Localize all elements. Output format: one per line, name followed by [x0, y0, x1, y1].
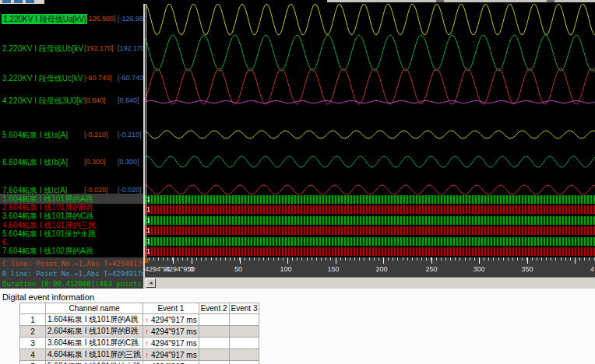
table-row[interactable]: 4 4.604柘泉 I 线101屏的三跳 ↑4294"917 ms — [20, 349, 259, 361]
digital-channel-label[interactable]: 5.604柘泉 I 线101保护永跳 — [2, 229, 143, 238]
row-number: 2 — [20, 326, 46, 338]
axis-tick-label: 250 — [425, 265, 437, 273]
analog-channel-row[interactable]: 6.604柘泉 I 线Ib[A] [0.300] [0.300] — [0, 157, 143, 167]
row-event3 — [229, 314, 259, 326]
axis-tick-label: 200 — [375, 265, 387, 273]
toolbar-icon[interactable] — [2, 0, 11, 3]
scroll-mark — [547, 0, 555, 2]
axis-tick-label: 350 — [521, 265, 533, 273]
scroll-left-button[interactable]: ◄ — [146, 278, 156, 288]
channel-value-1: [192.170] — [84, 44, 117, 54]
digital-trace-bar: 1 — [145, 226, 595, 235]
major-ticks — [145, 257, 595, 264]
cursor-status-panel: C line: Point No.=1,Abs T=4294917ms, Rel… — [0, 257, 143, 289]
row-event1: ↑4294"917 ms — [143, 349, 199, 361]
r-line-status: R line: Point No.=1,Abs T=4294917ms, Rel… — [2, 269, 143, 279]
row-event2 — [199, 338, 229, 349]
digital-state-value: 1 — [146, 195, 150, 204]
analog-trace — [145, 156, 595, 167]
digital-event-table: Channel name Event 1 Event 2 Event 3 1 1… — [19, 303, 259, 364]
row-event1: ↑4294"917 ms — [143, 326, 199, 338]
waveform-plot[interactable]: 1 1 1 1 1 1 4294"91 4294"950 0 50 100 15… — [145, 4, 595, 289]
row-event1: ↑4294"917 ms — [143, 338, 199, 349]
row-event3 — [229, 326, 259, 338]
top-scrollbar-fragment[interactable] — [327, 0, 595, 2]
table-row[interactable]: 2 2.604柘泉 I 线101屏的B跳 ↑4294"917 ms — [20, 326, 259, 338]
digital-state-value: 1 — [146, 205, 150, 214]
row-event3 — [229, 349, 259, 361]
digital-channel-label[interactable]: 4.604柘泉 I 线101屏的三跳 — [2, 221, 143, 229]
channel-value-1: [0.300] — [84, 157, 117, 167]
channel-value-2: [0.840] — [118, 96, 143, 106]
analog-channel-row[interactable]: 1.220KV I 段母线Ua[kV] [-126.980] [-126.980… — [0, 14, 143, 24]
digital-channel-label[interactable]: 2.604柘泉 I 线101屏的B跳 — [2, 203, 143, 212]
table-row[interactable]: 1 1.604柘泉 I 线101屏的A跳 ↑4294"917 ms — [20, 314, 259, 326]
toolbar-icon[interactable] — [14, 0, 23, 3]
channel-name[interactable]: 6.604柘泉 I 线Ib[A] — [2, 157, 83, 167]
horizontal-scrollbar[interactable]: ◄ — [145, 277, 595, 289]
header-channel-name: Channel name — [46, 303, 143, 314]
channel-name[interactable]: 1.220KV I 段母线Ua[kV] — [2, 14, 87, 24]
axis-tick-label: 0 — [189, 265, 193, 273]
analog-trace — [145, 4, 595, 35]
axis-tick-label: 4 — [590, 265, 594, 273]
row-number: 1 — [20, 314, 46, 326]
header-row-number — [20, 303, 46, 314]
header-event3: Event 3 — [229, 303, 259, 314]
c-line-status: C line: Point No.=1,Abs T=4294917ms, Rel… — [2, 259, 143, 269]
event-time: 4294"917 ms — [151, 327, 197, 336]
section-title: Digital event information — [2, 292, 94, 302]
analog-waveforms — [145, 4, 595, 194]
cursor-position-marker[interactable] — [145, 258, 148, 263]
time-cursor-line[interactable] — [146, 4, 146, 257]
analog-channel-row[interactable]: 3.220KV I 段母线Uc[kV] [-60.740] [-60.740] — [0, 73, 143, 83]
digital-channel-label[interactable]: 6. — [2, 238, 143, 247]
channel-value-2: [0.300] — [118, 157, 143, 167]
digital-state-value: 1 — [146, 226, 150, 235]
analog-trace — [145, 101, 595, 103]
row-event2 — [199, 349, 229, 361]
row-channel-name: 3.604柘泉 I 线101屏的C跳 — [46, 338, 143, 349]
event-time: 4294"917 ms — [151, 316, 197, 324]
channel-name[interactable]: 2.220KV I 段母线Ub[kV] — [2, 44, 83, 54]
analog-channel-row[interactable]: 5.604柘泉 I 线Ia[A] [-0.210] [-0.210] — [0, 130, 143, 140]
channel-value-2: [-0.210] — [118, 130, 143, 140]
fault-record-viewer-window: 1.220KV I 段母线Ua[kV] [-126.980] [-126.980… — [0, 0, 595, 364]
channel-value-1: [-60.740] — [84, 73, 117, 83]
row-number: 4 — [20, 349, 46, 361]
digital-channel-label[interactable]: 3.604柘泉 I 线101屏的C跳 — [2, 212, 143, 220]
event-info-section: Digital event information Channel name E… — [0, 289, 595, 364]
table-header-row: Channel name Event 1 Event 2 Event 3 — [20, 303, 259, 314]
digital-channel-label[interactable]: 1.604柘泉 I 线101屏的A跳 — [2, 194, 143, 203]
channel-value-2: [-60.740] — [118, 73, 143, 83]
header-event2: Event 2 — [199, 303, 229, 314]
channel-list-panel: 1.220KV I 段母线Ua[kV] [-126.980] [-126.980… — [0, 4, 143, 289]
row-channel-name: 2.604柘泉 I 线101屏的B跳 — [46, 326, 143, 338]
time-axis-ruler[interactable]: 4294"91 4294"950 0 50 100 150 200 250 30… — [145, 257, 595, 277]
analog-trace — [145, 185, 595, 194]
toolbar-icon[interactable] — [26, 0, 34, 3]
table-row[interactable]: 5 5.604柘泉 I 线101保护永跳 ↑4294"917 ms — [20, 361, 259, 364]
analog-channel-row[interactable]: 4.220KV I 段母线3U0[kV] [0.840] [0.840] — [0, 96, 143, 106]
row-channel-name: 1.604柘泉 I 线101屏的A跳 — [46, 314, 143, 326]
digital-trace-bar: 1 — [145, 237, 595, 246]
channel-name[interactable]: 4.220KV I 段母线3U0[kV] — [2, 96, 83, 106]
header-event1: Event 1 — [143, 303, 199, 314]
analog-trace — [145, 68, 595, 104]
digital-channel-label[interactable]: 7.604柘泉 I 线102屏的A跳 — [2, 247, 143, 255]
analog-channel-row[interactable]: 2.220KV I 段母线Ub[kV] [192.170] [192.170] — [0, 44, 143, 54]
axis-tick-label: 50 — [234, 265, 242, 273]
scroll-mark — [436, 0, 444, 2]
digital-state-value: 1 — [146, 247, 150, 256]
axis-tick-label: 100 — [280, 265, 291, 273]
axis-tick-label: 300 — [473, 265, 484, 273]
event-time: 4294"917 ms — [151, 339, 197, 348]
row-channel-name: 4.604柘泉 I 线101屏的三跳 — [46, 349, 143, 361]
duration-status: Duration [0:00.412000](463 points) — [2, 279, 143, 289]
digital-trace-bar: 1 — [145, 205, 595, 214]
channel-value-1: [-0.210] — [84, 130, 117, 140]
channel-name[interactable]: 5.604柘泉 I 线Ia[A] — [2, 130, 83, 140]
channel-name[interactable]: 3.220KV I 段母线Uc[kV] — [2, 73, 83, 83]
channel-value-1: [0.840] — [84, 96, 117, 106]
table-row[interactable]: 3 3.604柘泉 I 线101屏的C跳 ↑4294"917 ms — [20, 338, 259, 349]
